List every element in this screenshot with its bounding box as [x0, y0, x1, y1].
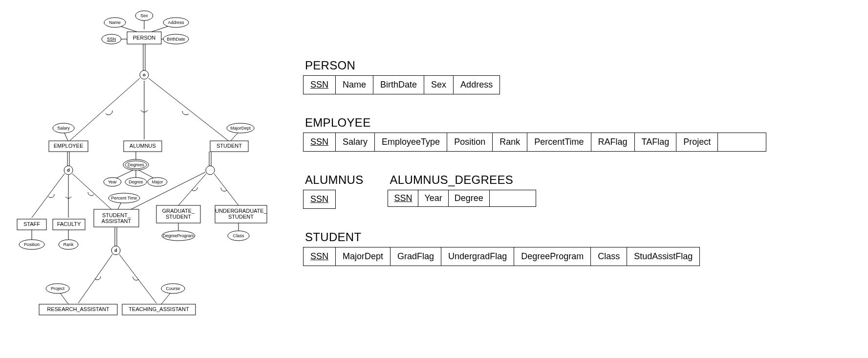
entity-student: STUDENT — [217, 143, 242, 149]
svg-line-7 — [68, 78, 140, 142]
entity-staff: STAFF — [23, 221, 40, 227]
attr-class: Class — [233, 233, 244, 238]
col: UndergradFlag — [441, 247, 514, 266]
page: PERSON EMPLOYEE ALUMNUS STUDENT STAFF FA… — [0, 0, 868, 358]
entity-faculty: FACULTY — [57, 221, 81, 227]
col: Class — [591, 247, 627, 266]
schema-alumnus-row: ALUMNUS SSN ALUMNUS_DEGREES SSN Year Deg… — [303, 173, 766, 209]
schema-person-title: PERSON — [305, 59, 766, 72]
entity-student-assistant-l1: STUDENT_ — [102, 212, 131, 218]
svg-line-33 — [78, 254, 112, 303]
attr-sex: Sex — [140, 13, 148, 18]
col: GradFlag — [391, 247, 441, 266]
svg-line-9 — [149, 78, 230, 142]
col: MajorDept — [336, 247, 391, 266]
schema-alumnus-degrees: ALUMNUS_DEGREES SSN Year Degree — [388, 173, 536, 207]
svg-line-24 — [214, 174, 239, 205]
attr-birthdate: BirthDate — [167, 37, 185, 42]
svg-point-69 — [206, 166, 215, 175]
schema-student-title: STUDENT — [305, 230, 766, 244]
schema-alumnus-degrees-title: ALUMNUS_DEGREES — [390, 173, 536, 187]
entity-alumnus: ALUMNUS — [130, 143, 156, 149]
col: Project — [676, 133, 718, 151]
attr-percent-time: Percent Time — [111, 196, 137, 201]
schema-alumnus-title: ALUMNUS — [305, 173, 363, 187]
col-blank — [490, 190, 536, 206]
attr-address: Address — [168, 20, 184, 25]
col: SSN — [304, 76, 336, 94]
col: DegreeProgram — [514, 247, 591, 266]
entity-research-assistant: RESEARCH_ASSISTANT — [47, 306, 109, 312]
col: Position — [447, 133, 493, 151]
entity-ugrad-l2: STUDENT — [228, 214, 254, 220]
col: SSN — [304, 247, 336, 266]
col: RAFlag — [591, 133, 635, 151]
entity-teaching-assistant: TEACHING_ASSISTANT — [129, 306, 189, 312]
col: EmployeeType — [375, 133, 447, 151]
entity-employee: EMPLOYEE — [54, 143, 84, 149]
col: SSN — [304, 133, 336, 151]
spec-d2: d — [114, 248, 117, 253]
entity-ugrad-l1: UNDERGRADUATE_ — [215, 208, 267, 214]
schema-person: PERSON SSN Name BirthDate Sex Address — [303, 59, 766, 94]
col: PercentTime — [527, 133, 591, 151]
col: BirthDate — [373, 76, 424, 94]
attr-salary: Salary — [57, 126, 70, 131]
col: StudAssistFlag — [627, 247, 699, 266]
attr-degree: Degree — [129, 179, 143, 184]
attr-year: Year — [108, 179, 117, 184]
spec-d1: d — [67, 168, 70, 173]
schema-alumnus: ALUMNUS SSN — [303, 173, 363, 209]
col: TAFlag — [635, 133, 677, 151]
attr-degrees: Degrees — [128, 162, 145, 167]
col: Sex — [424, 76, 454, 94]
eer-diagram: PERSON EMPLOYEE ALUMNUS STUDENT STAFF FA… — [10, 5, 283, 352]
schema-area: PERSON SSN Name BirthDate Sex Address EM… — [303, 59, 766, 288]
col: SSN — [388, 190, 418, 206]
attr-position: Position — [24, 242, 40, 247]
attr-rank: Rank — [63, 242, 74, 247]
svg-line-18 — [32, 174, 65, 218]
col: Salary — [336, 133, 375, 151]
entity-grad-l1: GRADUATE_ — [162, 208, 195, 214]
entity-student-assistant-l2: ASSISTANT — [102, 218, 131, 224]
entity-grad-l2: STUDENT — [166, 214, 191, 220]
schema-employee: EMPLOYEE SSN Salary EmployeeType Positio… — [303, 116, 766, 152]
col: Rank — [493, 133, 527, 151]
col: Address — [454, 76, 499, 94]
attr-major: Major — [152, 179, 163, 184]
attr-ssn: SSN — [107, 37, 116, 42]
col: Degree — [449, 190, 490, 206]
attr-name: Name — [109, 20, 121, 25]
entity-person: PERSON — [133, 35, 156, 41]
svg-line-34 — [119, 254, 156, 303]
col: Name — [336, 76, 373, 94]
attr-degreeprogram: DegreeProgram — [163, 233, 194, 238]
schema-student: STUDENT SSN MajorDept GradFlag Undergrad… — [303, 230, 766, 266]
col: SSN — [304, 190, 335, 208]
col-blank — [718, 133, 766, 151]
schema-employee-title: EMPLOYEE — [305, 116, 766, 130]
spec-o: o — [143, 72, 146, 77]
attr-majordept: MajorDept — [230, 126, 251, 131]
col: Year — [418, 190, 448, 206]
attr-course: Course — [166, 286, 180, 291]
attr-project: Project — [51, 286, 65, 291]
